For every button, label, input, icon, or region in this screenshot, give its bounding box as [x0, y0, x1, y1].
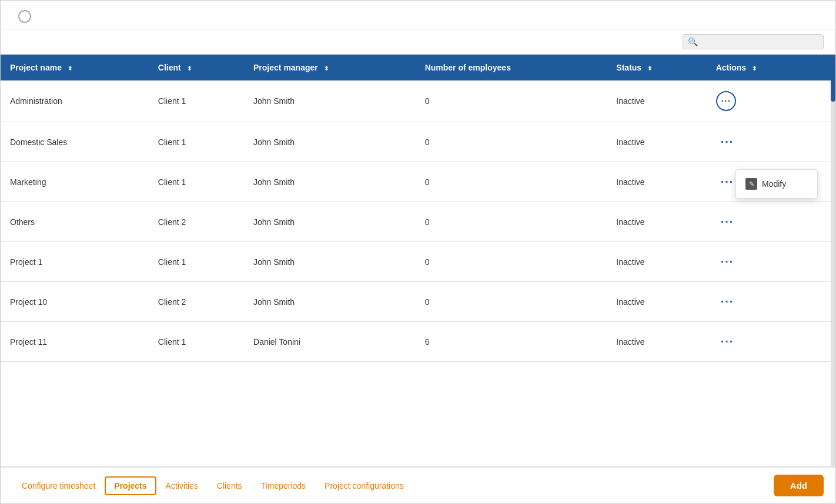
- table-container: Project name ⬍ Client ⬍ Project manager …: [1, 55, 835, 466]
- actions-dots-button[interactable]: ···: [716, 332, 739, 351]
- table-row: Project 11Client 1Daniel Tonini6Inactive…: [1, 322, 835, 362]
- cell-project-manager: Daniel Tonini: [244, 322, 416, 362]
- cell-status: Inactive: [607, 282, 706, 322]
- projects-table: Project name ⬍ Client ⬍ Project manager …: [1, 55, 835, 362]
- cell-project-manager: John Smith: [244, 202, 416, 242]
- modify-menu-item[interactable]: ✎ Modify: [736, 172, 817, 196]
- footer-link-clients[interactable]: Clients: [208, 476, 252, 495]
- cell-project-name: Project 10: [1, 282, 149, 322]
- cell-project-name: Project 1: [1, 242, 149, 282]
- table-header-row: Project name ⬍ Client ⬍ Project manager …: [1, 55, 835, 80]
- footer-link-activities[interactable]: Activities: [156, 476, 208, 495]
- page-title-row: [12, 10, 31, 23]
- col-project-name[interactable]: Project name ⬍: [1, 55, 149, 80]
- col-client[interactable]: Client ⬍: [149, 55, 244, 80]
- cell-client: Client 1: [149, 122, 244, 162]
- main-container: 🔍 Project name ⬍ Client ⬍ Project manage…: [0, 0, 836, 504]
- search-input[interactable]: [700, 37, 818, 46]
- cell-project-name: Others: [1, 202, 149, 242]
- cell-status: Inactive: [607, 80, 706, 122]
- modify-label: Modify: [762, 179, 786, 189]
- table-row: Project 10Client 2John Smith0Inactive···: [1, 282, 835, 322]
- cell-num-employees: 0: [416, 122, 607, 162]
- cell-client: Client 1: [149, 80, 244, 122]
- cell-actions: ···: [707, 322, 835, 362]
- footer-link-timeperiods[interactable]: Timeperiods: [252, 476, 316, 495]
- search-input-wrapper: 🔍: [683, 34, 824, 49]
- cell-status: Inactive: [607, 202, 706, 242]
- actions-dots-button[interactable]: ···: [716, 133, 739, 151]
- cell-num-employees: 0: [416, 162, 607, 202]
- actions-dots-button[interactable]: ···: [716, 253, 739, 271]
- add-button[interactable]: Add: [774, 475, 824, 496]
- col-project-manager[interactable]: Project manager ⬍: [244, 55, 416, 80]
- footer-nav: Configure timesheetProjectsActivitiesCli…: [1, 466, 835, 503]
- cell-project-manager: John Smith: [244, 282, 416, 322]
- cell-client: Client 1: [149, 162, 244, 202]
- cell-status: Inactive: [607, 242, 706, 282]
- cell-project-manager: John Smith: [244, 242, 416, 282]
- scrollbar[interactable]: [831, 55, 835, 466]
- col-actions[interactable]: Actions ⬍: [707, 55, 835, 80]
- col-status[interactable]: Status ⬍: [607, 55, 706, 80]
- cell-project-manager: John Smith: [244, 122, 416, 162]
- cell-actions: ···: [707, 80, 835, 122]
- cell-status: Inactive: [607, 162, 706, 202]
- actions-dots-button[interactable]: ···: [716, 293, 739, 311]
- footer-link-project-configurations[interactable]: Project configurations: [315, 476, 413, 495]
- scroll-thumb: [831, 55, 835, 102]
- cell-num-employees: 0: [416, 242, 607, 282]
- cell-project-name: Administration: [1, 80, 149, 122]
- sort-icon-actions: ⬍: [752, 65, 757, 72]
- table-row: Project 1Client 1John Smith0Inactive···: [1, 242, 835, 282]
- cell-actions: ···: [707, 282, 835, 322]
- table-row: AdministrationClient 1John Smith0Inactiv…: [1, 80, 835, 122]
- footer-link-configure-timesheet[interactable]: Configure timesheet: [12, 476, 105, 495]
- cell-num-employees: 0: [416, 80, 607, 122]
- cell-status: Inactive: [607, 322, 706, 362]
- table-row: MarketingClient 1John Smith0Inactive···: [1, 162, 835, 202]
- cell-status: Inactive: [607, 122, 706, 162]
- cell-actions: ···: [707, 242, 835, 282]
- cell-num-employees: 6: [416, 322, 607, 362]
- sort-icon-project-name: ⬍: [68, 65, 72, 72]
- search-row: 🔍: [1, 29, 835, 55]
- cell-client: Client 1: [149, 322, 244, 362]
- cell-client: Client 1: [149, 242, 244, 282]
- cell-num-employees: 0: [416, 202, 607, 242]
- actions-dots-button[interactable]: ···: [716, 213, 739, 231]
- cell-project-manager: John Smith: [244, 162, 416, 202]
- sort-icon-client: ⬍: [187, 65, 192, 72]
- col-num-employees: Number of employees: [416, 55, 607, 80]
- cell-actions: ···: [707, 122, 835, 162]
- cell-project-name: Domestic Sales: [1, 122, 149, 162]
- help-icon[interactable]: [18, 10, 31, 23]
- sort-icon-status: ⬍: [647, 65, 652, 72]
- cell-project-name: Project 11: [1, 322, 149, 362]
- search-icon: 🔍: [688, 37, 698, 46]
- cell-num-employees: 0: [416, 282, 607, 322]
- sort-icon-manager: ⬍: [324, 65, 329, 72]
- footer-link-projects[interactable]: Projects: [105, 476, 156, 495]
- actions-dropdown: ✎ Modify: [735, 169, 818, 199]
- actions-menu-button[interactable]: ···: [716, 91, 736, 111]
- page-header: [1, 1, 835, 29]
- cell-project-name: Marketing: [1, 162, 149, 202]
- table-row: OthersClient 2John Smith0Inactive···: [1, 202, 835, 242]
- table-row: Domestic SalesClient 1John Smith0Inactiv…: [1, 122, 835, 162]
- cell-client: Client 2: [149, 282, 244, 322]
- cell-project-manager: John Smith: [244, 80, 416, 122]
- edit-icon: ✎: [745, 178, 757, 190]
- cell-client: Client 2: [149, 202, 244, 242]
- cell-actions: ···: [707, 202, 835, 242]
- footer-links: Configure timesheetProjectsActivitiesCli…: [12, 476, 413, 495]
